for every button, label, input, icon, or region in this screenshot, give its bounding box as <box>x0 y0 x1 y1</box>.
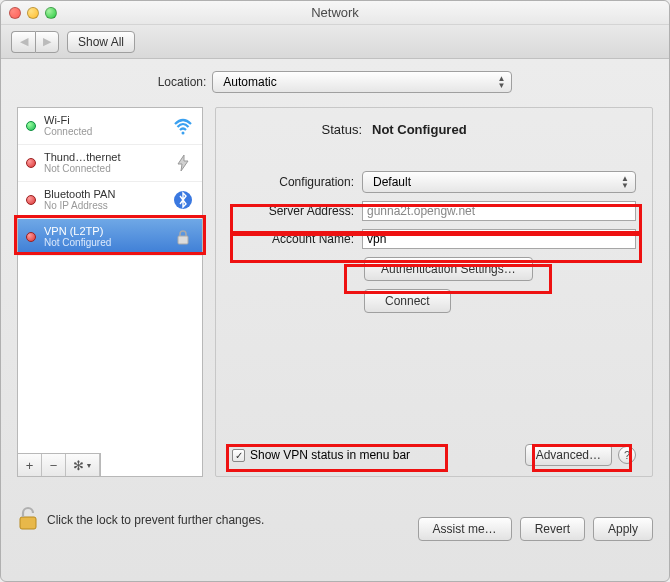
location-row: Location: Automatic ▲▼ <box>1 59 669 107</box>
service-sub: No IP Address <box>44 200 164 212</box>
bluetooth-icon <box>172 189 194 211</box>
service-texts: VPN (L2TP) Not Configured <box>44 225 164 249</box>
status-row: Status: Not Configured <box>232 122 636 137</box>
location-label: Location: <box>158 75 207 89</box>
add-service-button[interactable]: + <box>18 454 42 476</box>
chevron-down-icon: ▼ <box>86 462 93 469</box>
status-value: Not Configured <box>372 122 467 137</box>
show-status-checkbox[interactable]: ✓ Show VPN status in menu bar <box>232 448 410 462</box>
center-buttons: Authentication Settings… Connect <box>232 257 636 313</box>
connect-button[interactable]: Connect <box>364 289 451 313</box>
service-texts: Bluetooth PAN No IP Address <box>44 188 164 212</box>
service-name: Wi-Fi <box>44 114 164 126</box>
nav-segment: ◀ ▶ <box>11 31 59 53</box>
configuration-row: Configuration: Default ▲▼ <box>232 171 636 193</box>
svg-point-0 <box>182 132 185 135</box>
forward-button[interactable]: ▶ <box>35 31 59 53</box>
apply-button[interactable]: Apply <box>593 517 653 541</box>
lock-text: Click the lock to prevent further change… <box>47 513 264 527</box>
sidebar-controls: + − ✻▼ <box>17 453 101 477</box>
help-button[interactable]: ? <box>618 446 636 464</box>
advanced-button[interactable]: Advanced… <box>525 444 612 466</box>
service-texts: Wi-Fi Connected <box>44 114 164 138</box>
gear-menu-button[interactable]: ✻▼ <box>66 454 100 476</box>
network-preferences-window: Network ◀ ▶ Show All Location: Automatic… <box>0 0 670 582</box>
account-row: Account Name: <box>232 229 636 249</box>
service-texts: Thund…thernet Not Connected <box>44 151 164 175</box>
account-name-input[interactable] <box>362 229 636 249</box>
checkbox-icon: ✓ <box>232 449 245 462</box>
unlock-icon[interactable] <box>17 506 39 533</box>
checkbox-label: Show VPN status in menu bar <box>250 448 410 462</box>
assist-button[interactable]: Assist me… <box>418 517 512 541</box>
status-dot-icon <box>26 158 36 168</box>
sidebar-item-bluetooth[interactable]: Bluetooth PAN No IP Address <box>18 182 202 219</box>
auth-settings-button[interactable]: Authentication Settings… <box>364 257 533 281</box>
gear-icon: ✻ <box>73 458 84 473</box>
svg-rect-4 <box>20 517 36 529</box>
traffic-lights <box>9 7 57 19</box>
service-sidebar: Wi-Fi Connected Thund…thernet Not Connec… <box>17 107 203 477</box>
status-label: Status: <box>282 122 362 137</box>
back-button[interactable]: ◀ <box>11 31 35 53</box>
sidebar-item-wifi[interactable]: Wi-Fi Connected <box>18 108 202 145</box>
svg-marker-1 <box>178 155 188 171</box>
server-row: Server Address: <box>232 201 636 221</box>
bottom-buttons: Assist me… Revert Apply <box>418 517 653 541</box>
main-area: Wi-Fi Connected Thund…thernet Not Connec… <box>1 107 669 477</box>
chevron-updown-icon: ▲▼ <box>621 175 629 189</box>
sidebar-item-thunderbolt[interactable]: Thund…thernet Not Connected <box>18 145 202 182</box>
chevron-updown-icon: ▲▼ <box>497 75 505 89</box>
location-popup[interactable]: Automatic ▲▼ <box>212 71 512 93</box>
service-name: Thund…thernet <box>44 151 164 163</box>
status-dot-icon <box>26 232 36 242</box>
configuration-label: Configuration: <box>232 175 354 189</box>
lock-row: Click the lock to prevent further change… <box>17 506 264 533</box>
revert-button[interactable]: Revert <box>520 517 585 541</box>
close-icon[interactable] <box>9 7 21 19</box>
window-title: Network <box>1 5 669 20</box>
service-sub: Not Connected <box>44 163 164 175</box>
minimize-icon[interactable] <box>27 7 39 19</box>
server-label: Server Address: <box>232 204 354 218</box>
thunderbolt-icon <box>172 152 194 174</box>
service-name: VPN (L2TP) <box>44 225 164 237</box>
zoom-icon[interactable] <box>45 7 57 19</box>
show-all-button[interactable]: Show All <box>67 31 135 53</box>
service-sub: Not Configured <box>44 237 164 249</box>
configuration-value: Default <box>373 175 411 189</box>
status-dot-icon <box>26 121 36 131</box>
vpn-lock-icon <box>172 226 194 248</box>
location-value: Automatic <box>223 75 276 89</box>
service-name: Bluetooth PAN <box>44 188 164 200</box>
service-sub: Connected <box>44 126 164 138</box>
status-dot-icon <box>26 195 36 205</box>
svg-rect-3 <box>178 236 188 244</box>
details-footer: ✓ Show VPN status in menu bar Advanced… … <box>232 444 636 466</box>
server-address-input[interactable] <box>362 201 636 221</box>
details-pane: Status: Not Configured Configuration: De… <box>215 107 653 477</box>
toolbar: ◀ ▶ Show All <box>1 25 669 59</box>
wifi-icon <box>172 115 194 137</box>
configuration-popup[interactable]: Default ▲▼ <box>362 171 636 193</box>
remove-service-button[interactable]: − <box>42 454 66 476</box>
sidebar-item-vpn[interactable]: VPN (L2TP) Not Configured <box>18 219 202 256</box>
account-label: Account Name: <box>232 232 354 246</box>
titlebar: Network <box>1 1 669 25</box>
